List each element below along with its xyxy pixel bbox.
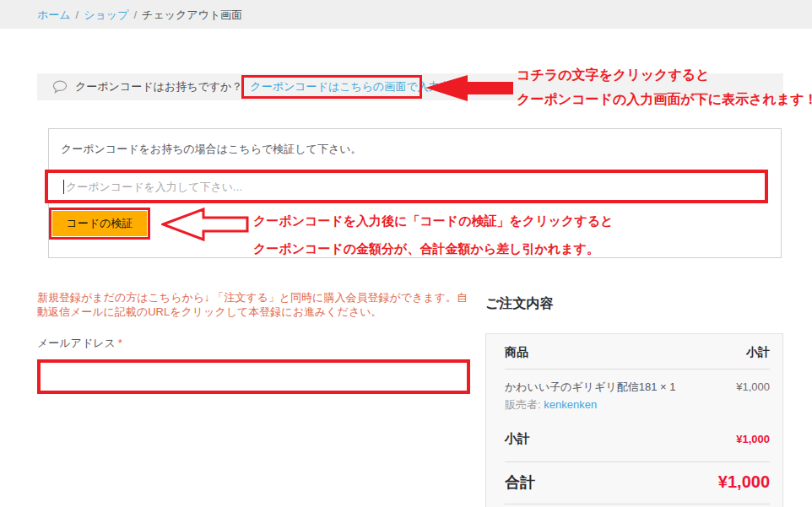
email-input[interactable]: [41, 363, 467, 391]
coupon-code-input[interactable]: [48, 173, 765, 200]
email-label-text: メールアドレス: [37, 337, 116, 349]
required-mark: *: [118, 337, 122, 349]
order-table-header: 商品 小計: [486, 334, 782, 369]
total-value: ¥1,000: [718, 472, 770, 492]
verify-code-button[interactable]: コードの検証: [52, 211, 147, 236]
email-label: メールアドレス*: [37, 336, 122, 351]
total-label: 合計: [505, 472, 535, 493]
text-caret: [63, 180, 64, 194]
product-column-header: 商品: [505, 345, 528, 360]
order-summary-box: 商品 小計 かわいい子のギリギリ配信181 × 1 ¥1,000 販売者: ke…: [485, 333, 783, 507]
registration-note: 新規登録がまだの方はこちらから↓ 「注文する」と同時に購入会員登録ができます。自…: [37, 290, 474, 319]
coupon-question-text: クーポンコードはお持ちですか？: [75, 79, 242, 94]
left-arrow-solid-icon: [425, 75, 513, 101]
breadcrumb-separator: /: [133, 8, 137, 21]
breadcrumb: ホーム/ショップ/チェックアウト画面: [37, 8, 242, 23]
breadcrumb-home-link[interactable]: ホーム: [37, 8, 71, 21]
divider: [505, 504, 770, 504]
breadcrumb-bar: ホーム/ショップ/チェックアウト画面: [0, 0, 812, 29]
breadcrumb-shop-link[interactable]: ショップ: [84, 8, 128, 21]
annotation-text-mid-1: クーポンコードを入力後に「コードの検証」をクリックすると: [253, 213, 613, 229]
order-item-name: かわいい子のギリギリ配信181 × 1: [505, 380, 675, 395]
seller-link[interactable]: kenkenken: [544, 398, 597, 411]
subtotal-row: 小計 ¥1,000: [486, 422, 782, 461]
total-row: 合計 ¥1,000: [486, 462, 782, 504]
annotation-text-mid-2: クーポンコードの金額分が、合計金額から差し引かれます。: [253, 241, 599, 257]
checkout-page: ホーム/ショップ/チェックアウト画面 クーポンコードはお持ちですか？ クーポンコ…: [0, 0, 812, 507]
annotation-rect-coupon-link: [241, 75, 422, 99]
breadcrumb-current: チェックアウト画面: [142, 8, 242, 21]
breadcrumb-separator: /: [76, 8, 79, 21]
left-arrow-outline-icon: [161, 208, 249, 241]
order-item-seller: 販売者: kenkenken: [486, 396, 782, 422]
coupon-form-instruction: クーポンコードをお持ちの場合はこちらで検証して下さい。: [61, 142, 361, 157]
annotation-text-top-2: クーポンコードの入力画面が下に表示されます！: [517, 91, 812, 109]
annotation-rect-email-input: [37, 359, 470, 394]
speech-bubble-icon: [52, 80, 68, 94]
subtotal-column-header: 小計: [746, 345, 770, 360]
annotation-rect-coupon-input: [45, 170, 768, 203]
order-item-price: ¥1,000: [736, 380, 770, 393]
order-item-row: かわいい子のギリギリ配信181 × 1 ¥1,000: [486, 369, 782, 396]
subtotal-label: 小計: [505, 431, 530, 447]
order-summary-heading: ご注文内容: [485, 295, 553, 313]
annotation-text-top-1: コチラの文字をクリックすると: [517, 67, 710, 84]
seller-label: 販売者:: [505, 398, 541, 411]
annotation-rect-verify-button: コードの検証: [49, 208, 150, 240]
subtotal-value: ¥1,000: [736, 433, 770, 445]
